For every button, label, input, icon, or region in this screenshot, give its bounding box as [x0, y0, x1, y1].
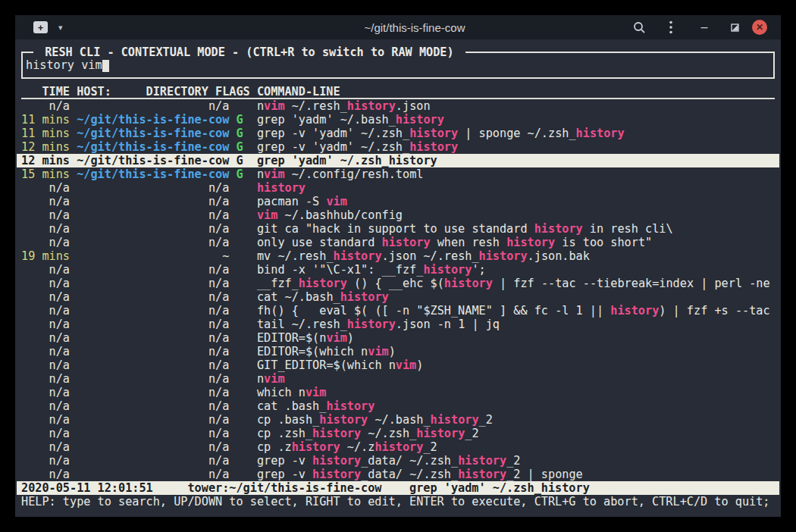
history-row[interactable]: n/a n/a EDITOR=$(which nvim) — [21, 345, 775, 358]
history-row[interactable]: n/a n/a cp .zsh_history ~/.zsh_history_2 — [21, 427, 775, 440]
titlebar: + ▾ ~/git/this-is-fine-cow — [15, 15, 781, 39]
close-icon: ✕ — [756, 22, 763, 33]
history-row[interactable]: n/a n/a GIT_EDITOR=$(which nvim) — [21, 358, 775, 372]
minimize-icon: – — [701, 23, 708, 31]
close-button[interactable]: ✕ — [752, 20, 767, 35]
history-row[interactable]: n/a n/a bind -x '"\C-x1": __fzf_history'… — [21, 263, 775, 277]
search-query-text: history vim — [26, 58, 102, 72]
history-row[interactable]: n/a n/a cp .bash_history ~/.bash_history… — [21, 413, 775, 427]
help-bar: HELP: type to search, UP/DOWN to select,… — [21, 495, 775, 509]
history-row[interactable]: n/a n/a grep -v history_data/ ~/.zsh_his… — [21, 454, 775, 468]
menu-button[interactable] — [661, 17, 681, 37]
text-cursor — [102, 60, 109, 72]
history-row[interactable]: n/a n/a tail ~/.resh_history.json -n 1 |… — [21, 318, 775, 331]
table-header: TIME HOST: DIRECTORY FLAGS COMMAND-LINE — [21, 86, 775, 99]
resh-mode-label: RESH CLI - CONTEXTUAL MODE - (CTRL+R to … — [33, 45, 465, 59]
screenshot: + ▾ ~/git/this-is-fine-cow — [0, 0, 796, 532]
history-row[interactable]: n/a n/a which nvim — [21, 386, 775, 399]
terminal-content: RESH CLI - CONTEXTUAL MODE - (CTRL+R to … — [15, 39, 781, 517]
history-row[interactable]: n/a n/a fh() { eval $( ([ -n "$ZSH_NAME"… — [21, 304, 775, 318]
search-icon — [633, 21, 646, 34]
history-row[interactable]: n/a n/a pacman -S vim — [21, 195, 775, 208]
search-input[interactable]: history vim — [26, 58, 770, 72]
restore-button[interactable] — [725, 17, 744, 37]
history-row[interactable]: n/a n/a __fzf_history () { __ehc $(histo… — [21, 277, 775, 290]
history-row[interactable]: n/a n/a nvim — [21, 372, 775, 386]
history-row[interactable]: 15 mins ~/git/this-is-fine-cow G nvim ~/… — [21, 167, 775, 181]
history-row[interactable]: n/a n/a cat ~/.bash_history — [21, 290, 775, 304]
chevron-down-icon[interactable]: ▾ — [58, 23, 63, 33]
window-title: ~/git/this-is-fine-cow — [200, 21, 629, 34]
plus-icon: + — [38, 23, 44, 33]
history-row[interactable]: n/a n/a nvim ~/.resh_history.json — [21, 99, 775, 113]
history-row[interactable]: n/a n/a EDITOR=$(nvim) — [21, 331, 775, 345]
new-tab-button[interactable]: + — [33, 21, 48, 33]
history-row[interactable]: 11 mins ~/git/this-is-fine-cow G grep -v… — [21, 127, 775, 140]
search-button[interactable] — [629, 17, 649, 37]
history-row[interactable]: n/a n/a grep -v history_data/ ~/.zsh_his… — [21, 468, 775, 481]
history-row-selected[interactable]: 12 mins ~/git/this-is-fine-cow G grep 'y… — [17, 154, 779, 167]
resh-search-box: RESH CLI - CONTEXTUAL MODE - (CTRL+R to … — [21, 52, 775, 79]
history-row[interactable]: n/a n/a git ca "hack in support to use s… — [21, 222, 775, 236]
restore-icon — [731, 23, 739, 32]
history-row[interactable]: 12 mins ~/git/this-is-fine-cow G grep -v… — [21, 140, 775, 154]
history-row[interactable]: 19 mins ~ mv ~/.resh_history.json ~/.res… — [21, 249, 775, 263]
history-row[interactable]: n/a n/a only use standard history when r… — [21, 236, 775, 249]
terminal-window: + ▾ ~/git/this-is-fine-cow — [15, 15, 781, 517]
history-row[interactable]: n/a n/a cp .zhistory ~/.zhistory_2 — [21, 440, 775, 454]
history-row[interactable]: n/a n/a vim ~/.bashhub/config — [21, 208, 775, 222]
minimize-button[interactable]: – — [694, 17, 714, 37]
history-row[interactable]: n/a n/a history — [21, 181, 775, 195]
history-row[interactable]: n/a n/a cat .bash_history — [21, 399, 775, 413]
kebab-menu-icon — [669, 20, 672, 34]
status-bar: 2020-05-11 12:01:51 tower:~/git/this-is-… — [17, 481, 779, 495]
history-row[interactable]: 11 mins ~/git/this-is-fine-cow G grep 'y… — [21, 113, 775, 127]
history-table-body: n/a n/a nvim ~/.resh_history.json11 mins… — [21, 99, 775, 481]
